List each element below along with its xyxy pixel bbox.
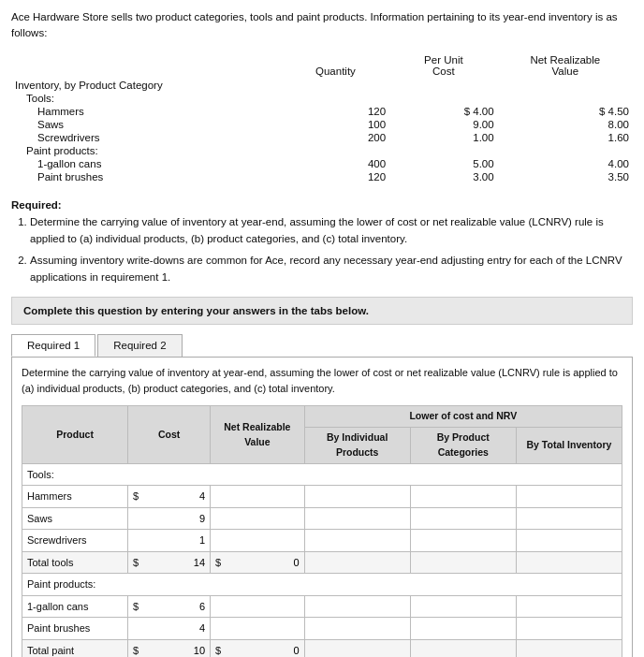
brushes-cost-input[interactable] bbox=[135, 622, 205, 634]
hammers-cost-input[interactable] bbox=[140, 490, 205, 502]
brushes-label: Paint brushes bbox=[22, 618, 128, 640]
saws-cost-input[interactable] bbox=[135, 513, 205, 524]
section-paint: Paint products: bbox=[22, 574, 622, 596]
brushes-tot-cell[interactable] bbox=[516, 618, 622, 640]
brushes-ind-input[interactable] bbox=[310, 622, 405, 634]
total-paint-nrv-input[interactable] bbox=[223, 645, 299, 656]
inv-gallon-nrv: 4.00 bbox=[498, 157, 633, 170]
gallon-ind-cell[interactable] bbox=[304, 595, 410, 618]
gallon-ind-input[interactable] bbox=[310, 601, 405, 612]
hammers-nrv-cell[interactable] bbox=[211, 486, 305, 508]
total-tools-nrv-input[interactable] bbox=[223, 557, 299, 568]
brushes-nrv-input[interactable] bbox=[215, 622, 300, 634]
tab-required-1[interactable]: Required 1 bbox=[11, 334, 95, 357]
saws-nrv-input[interactable] bbox=[215, 513, 300, 524]
total-paint-tot-input[interactable] bbox=[521, 645, 617, 656]
total-tools-ind-cell[interactable] bbox=[304, 551, 410, 574]
inv-hammers-cost: $ 4.00 bbox=[389, 105, 497, 118]
saws-ind-input[interactable] bbox=[310, 513, 405, 524]
hammers-cat-cell[interactable] bbox=[410, 486, 516, 508]
inv-hammers-qty: 120 bbox=[282, 105, 389, 118]
gallon-cost-input[interactable] bbox=[140, 601, 205, 612]
screwdrivers-nrv-input[interactable] bbox=[215, 534, 300, 546]
brushes-tot-input[interactable] bbox=[521, 622, 617, 634]
total-tools-tot-cell[interactable] bbox=[516, 551, 622, 574]
inv-screwdrivers-cost: 1.00 bbox=[389, 131, 497, 144]
hammers-tot-input[interactable] bbox=[521, 490, 617, 502]
table-row: 1-gallon cans $ bbox=[22, 595, 622, 618]
saws-nrv-cell[interactable] bbox=[211, 507, 305, 530]
total-tools-ind-input[interactable] bbox=[310, 557, 405, 568]
screwdrivers-cost-input[interactable] bbox=[135, 534, 205, 546]
gallon-nrv-cell[interactable] bbox=[211, 595, 305, 618]
tabs-row: Required 1 Required 2 bbox=[11, 334, 633, 357]
gallon-cost-cell: $ bbox=[128, 595, 211, 618]
th-lower-group: Lower of cost and NRV bbox=[304, 406, 622, 428]
screwdrivers-ind-cell[interactable] bbox=[304, 530, 410, 552]
required-item-1: Determine the carrying value of inventor… bbox=[30, 213, 633, 248]
gallon-cat-input[interactable] bbox=[416, 601, 511, 612]
hammers-ind-cell[interactable] bbox=[304, 486, 410, 508]
inv-saws-label: Saws bbox=[11, 118, 282, 131]
total-tools-cat-cell[interactable] bbox=[410, 551, 516, 574]
gallon-cat-cell[interactable] bbox=[410, 595, 516, 618]
table-row: Paint brushes bbox=[22, 618, 622, 640]
inv-brushes-label: Paint brushes bbox=[11, 170, 282, 183]
main-table-wrapper: Product Cost Net Realizable Value Lower … bbox=[22, 405, 622, 657]
total-paint-cat-cell[interactable] bbox=[410, 639, 516, 657]
inv-hammers-label: Hammers bbox=[11, 105, 282, 118]
inv-paint-label: Paint products: bbox=[11, 144, 282, 157]
th-by-product: By Product Categories bbox=[410, 428, 516, 464]
total-paint-cost-input[interactable] bbox=[140, 645, 205, 656]
brushes-nrv-cell[interactable] bbox=[211, 618, 305, 640]
hammers-cost-cell: $ bbox=[128, 486, 211, 508]
section-tools: Tools: bbox=[22, 463, 622, 486]
saws-tot-input[interactable] bbox=[521, 513, 617, 524]
tab-required-2[interactable]: Required 2 bbox=[97, 334, 182, 357]
th-nrv: Net Realizable Value bbox=[211, 406, 305, 463]
saws-cat-input[interactable] bbox=[416, 513, 511, 524]
screwdrivers-cat-cell[interactable] bbox=[410, 530, 516, 552]
brushes-ind-cell[interactable] bbox=[304, 618, 410, 640]
total-tools-tot-input[interactable] bbox=[521, 557, 617, 568]
brushes-cat-input[interactable] bbox=[416, 622, 511, 634]
total-paint-cost-dollar: $ bbox=[133, 643, 139, 657]
hammers-tot-cell[interactable] bbox=[516, 486, 622, 508]
saws-cat-cell[interactable] bbox=[410, 507, 516, 530]
inv-brushes-nrv: 3.50 bbox=[498, 170, 633, 183]
total-paint-ind-input[interactable] bbox=[310, 645, 405, 656]
total-paint-cat-input[interactable] bbox=[416, 645, 511, 656]
gallon-cost-dollar: $ bbox=[133, 599, 139, 615]
gallon-tot-cell[interactable] bbox=[516, 595, 622, 618]
brushes-cat-cell[interactable] bbox=[410, 618, 516, 640]
screwdrivers-cat-input[interactable] bbox=[416, 534, 511, 546]
inv-header-nrv: Net Realizable Value bbox=[498, 53, 633, 79]
inv-col1-header: Inventory, by Product Category bbox=[11, 79, 282, 92]
screwdrivers-nrv-cell[interactable] bbox=[211, 530, 305, 552]
screwdrivers-tot-cell[interactable] bbox=[516, 530, 622, 552]
table-row: Saws bbox=[22, 507, 622, 530]
intro-text: Ace Hardware Store sells two product cat… bbox=[11, 9, 633, 42]
total-tools-row: Total tools $ $ bbox=[22, 551, 622, 574]
hammers-cat-input[interactable] bbox=[416, 490, 511, 502]
th-cost: Cost bbox=[128, 406, 211, 463]
hammers-nrv-input[interactable] bbox=[215, 490, 300, 502]
total-tools-cost-input[interactable] bbox=[140, 557, 205, 568]
total-paint-tot-cell[interactable] bbox=[516, 639, 622, 657]
total-paint-nrv-cell: $ bbox=[211, 639, 305, 657]
saws-cost-cell bbox=[128, 507, 211, 530]
gallon-tot-input[interactable] bbox=[521, 601, 617, 612]
total-tools-nrv-dollar: $ bbox=[215, 555, 221, 571]
required-item-2: Assuming inventory write-downs are commo… bbox=[30, 252, 633, 286]
hammers-ind-input[interactable] bbox=[310, 490, 405, 502]
saws-tot-cell[interactable] bbox=[516, 507, 622, 530]
saws-ind-cell[interactable] bbox=[304, 507, 410, 530]
gallon-nrv-input[interactable] bbox=[215, 601, 300, 612]
table-row: Hammers $ bbox=[22, 486, 622, 508]
hammers-label: Hammers bbox=[22, 486, 128, 508]
screwdrivers-ind-input[interactable] bbox=[310, 534, 405, 546]
screwdrivers-tot-input[interactable] bbox=[521, 534, 617, 546]
tab-content-required1: Determine the carrying value of inventor… bbox=[11, 357, 633, 657]
total-paint-ind-cell[interactable] bbox=[304, 639, 410, 657]
total-tools-cat-input[interactable] bbox=[416, 557, 511, 568]
